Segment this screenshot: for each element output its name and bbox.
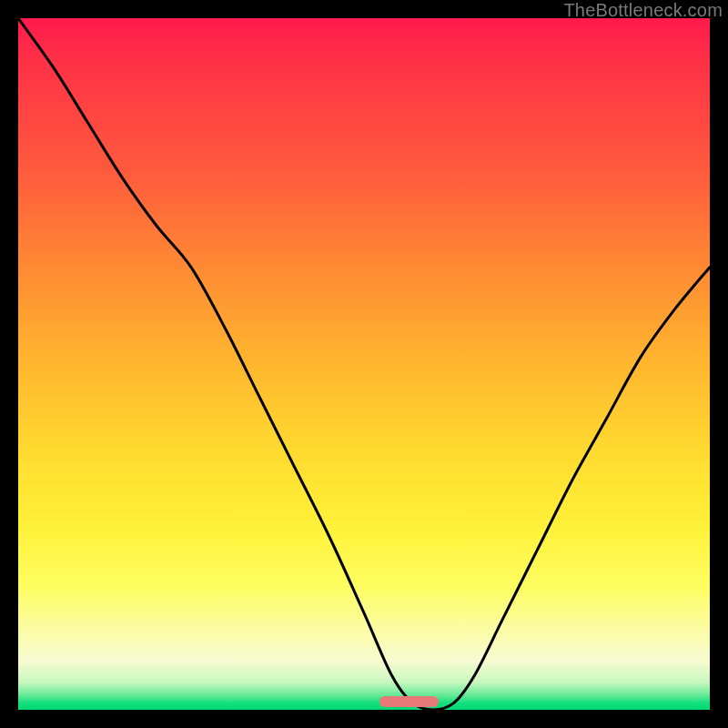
chart-frame [18,18,710,710]
gradient-background [18,18,710,710]
optimum-marker [379,696,439,707]
